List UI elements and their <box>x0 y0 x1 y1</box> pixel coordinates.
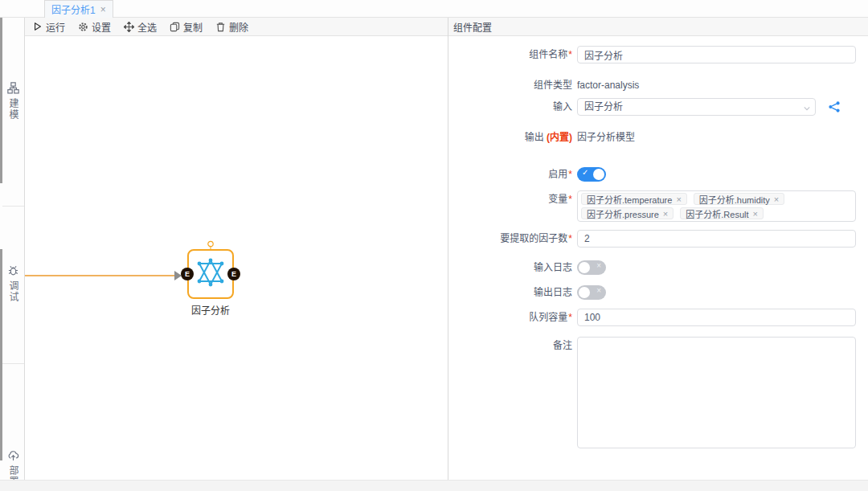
required-mark: * <box>568 194 572 205</box>
run-label: 运行 <box>46 20 65 34</box>
sitemap-icon <box>7 82 19 94</box>
variable-tag-label: 因子分析.humidity <box>699 193 770 206</box>
input-label: 输入 <box>553 101 572 113</box>
hexagram-node-icon <box>196 258 225 287</box>
variables-label: 变量 <box>548 194 567 205</box>
queue-capacity-input[interactable] <box>577 309 856 326</box>
input-log-label: 输入日志 <box>534 262 572 273</box>
sidebar-item-modeling[interactable]: 建模 <box>2 82 24 121</box>
variable-tag-label: 因子分析.Result <box>686 207 748 220</box>
sidebar-divider <box>2 206 24 207</box>
component-type-value: factor-analysis <box>577 76 639 94</box>
select-all-label: 全选 <box>137 20 157 34</box>
app-window: 因子分析1 × 运行 设置 全选 复制 删除 组件配置 <box>0 0 868 491</box>
required-mark: * <box>568 233 572 244</box>
variable-tag[interactable]: 因子分析.temperature× <box>581 193 687 205</box>
select-all-button[interactable]: 全选 <box>124 20 157 34</box>
enable-label: 启用 <box>548 169 567 180</box>
copy-button[interactable]: 复制 <box>170 20 203 34</box>
toggle-knob <box>579 262 590 273</box>
gear-icon <box>78 22 88 32</box>
toggle-cross-mark: × <box>596 261 601 270</box>
output-label: 输出 <box>525 132 544 143</box>
sidebar-divider <box>2 363 24 364</box>
run-button[interactable]: 运行 <box>33 20 65 34</box>
bug-icon <box>7 264 19 276</box>
enable-toggle[interactable]: ✓ <box>577 167 606 182</box>
toggle-knob <box>579 287 590 298</box>
node-output-port[interactable]: E <box>227 268 240 280</box>
share-icon[interactable] <box>828 100 841 113</box>
delete-label: 删除 <box>229 20 248 34</box>
canvas-toolbar: 运行 设置 全选 复制 删除 <box>25 18 448 36</box>
remove-tag-icon[interactable]: × <box>663 209 668 219</box>
variable-tag[interactable]: 因子分析.humidity× <box>694 193 784 205</box>
component-name-input[interactable] <box>577 46 856 63</box>
tab-bar: 因子分析1 × <box>0 0 868 18</box>
output-value: 因子分析模型 <box>577 129 635 146</box>
built-in-tag: (内置) <box>547 132 572 143</box>
variable-tag[interactable]: 因子分析.pressure× <box>581 207 674 219</box>
input-log-toggle[interactable]: × <box>577 260 606 275</box>
cloud-upload-icon <box>7 449 19 461</box>
variables-multiselect[interactable]: 因子分析.temperature×因子分析.humidity×因子分析.pres… <box>577 190 856 222</box>
tab-close-icon[interactable]: × <box>100 4 106 15</box>
remark-textarea[interactable] <box>577 337 856 448</box>
required-mark: * <box>568 49 572 60</box>
left-sidebar: 建模 调试 部署 <box>0 18 25 491</box>
queue-capacity-label: 队列容量 <box>529 312 567 323</box>
settings-button[interactable]: 设置 <box>78 20 111 34</box>
copy-icon <box>170 22 180 32</box>
input-select[interactable]: 因子分析 <box>577 98 816 116</box>
toggle-knob <box>593 169 604 180</box>
required-mark: * <box>568 169 572 180</box>
required-mark: * <box>568 312 572 323</box>
output-log-toggle[interactable]: × <box>577 285 606 300</box>
remove-tag-icon[interactable]: × <box>753 209 758 219</box>
variable-tag-label: 因子分析.pressure <box>587 207 659 220</box>
panel-header: 组件配置 <box>448 18 868 36</box>
output-log-label: 输出日志 <box>534 287 572 298</box>
copy-label: 复制 <box>183 20 203 34</box>
tab-factor-analysis[interactable]: 因子分析1 × <box>44 0 113 18</box>
move-icon <box>124 22 134 32</box>
bottom-status-strip <box>0 480 868 491</box>
input-select-value: 因子分析 <box>584 101 623 113</box>
lightbulb-icon <box>205 239 216 251</box>
node-input-port[interactable]: E <box>181 268 194 280</box>
workflow-canvas[interactable]: E E 因子分析 <box>25 36 448 480</box>
edge-connector <box>25 275 178 276</box>
sidebar-item-debug[interactable]: 调试 <box>2 264 24 303</box>
toggle-check-mark: ✓ <box>582 168 588 177</box>
sidebar-label-modeling: 建模 <box>6 98 20 121</box>
sidebar-label-debug: 调试 <box>6 280 20 303</box>
component-config-panel: 组件名称* 组件类型 factor-analysis 输入 因子分析 输出 (内… <box>448 36 868 480</box>
delete-button[interactable]: 删除 <box>215 20 248 34</box>
variable-tag[interactable]: 因子分析.Result× <box>680 207 764 219</box>
node-label: 因子分析 <box>174 303 247 317</box>
settings-label: 设置 <box>92 20 111 34</box>
panel-title: 组件配置 <box>453 20 492 34</box>
variable-tag-label: 因子分析.temperature <box>587 193 672 206</box>
component-type-label: 组件类型 <box>534 80 572 91</box>
remark-label: 备注 <box>553 340 572 351</box>
remove-tag-icon[interactable]: × <box>774 194 779 204</box>
tab-label: 因子分析1 <box>51 2 96 16</box>
factor-count-label: 要提取的因子数 <box>500 233 567 244</box>
remove-tag-icon[interactable]: × <box>676 194 681 204</box>
factor-count-input[interactable] <box>577 230 856 248</box>
trash-icon <box>215 22 226 32</box>
component-name-label: 组件名称 <box>529 49 567 60</box>
chevron-down-icon <box>804 105 810 112</box>
toggle-cross-mark: × <box>596 286 601 295</box>
play-icon <box>33 22 43 31</box>
